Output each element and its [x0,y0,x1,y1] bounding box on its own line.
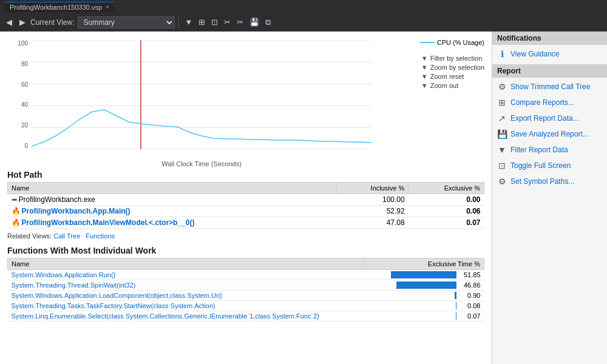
current-view-select[interactable]: Summary [78,16,175,29]
y-label-100: 100 [18,40,28,47]
hot-path-name-0: ProfilingWorkbanch.exe [19,195,96,204]
filter-by-selection[interactable]: ▼ Filter by selection [421,55,484,62]
func-cell-exclusive-1: 46.86 [363,280,484,291]
hot-path-row[interactable]: 🔥ProfilingWorkbanch.App.Main() 52.92 0.0… [8,206,484,217]
report-icon-5: ⊡ [497,161,507,170]
hot-path-cell-exclusive-0: 0.00 [409,194,484,206]
func-link-4[interactable]: System.Linq.Enumerable.Select(class Syst… [12,312,319,320]
title-bar: ProfilingWorkbanch150330.vsp × [0,0,607,13]
func-row[interactable]: System.Linq.Enumerable.Select(class Syst… [8,311,484,322]
report-header: Report [492,64,607,78]
func-link-3[interactable]: System.Threading.Tasks.TaskFactory.Start… [12,302,215,309]
report-label-1: Compare Reports... [510,98,574,107]
zoom-out[interactable]: ▼ Zoom out [421,82,484,89]
hot-path-row[interactable]: ➦ProfilingWorkbanch.exe 100.00 0.00 [8,194,484,206]
filter-by-selection-label: Filter by selection [430,55,483,62]
flame-icon: 🔥 [12,207,21,215]
forward-button[interactable]: ▶ [17,16,28,28]
call-tree-link[interactable]: Call Tree [53,232,80,240]
y-label-60: 60 [21,81,28,88]
y-label-80: 80 [21,61,28,67]
func-bar-fill-3 [456,302,456,309]
chart-legend: CPU (% Usage) [420,39,484,47]
report-item-6[interactable]: ⚙ Set Symbol Paths... [492,174,607,189]
func-bar-bg-3 [367,302,456,309]
tab-label: ProfilingWorkbanch150330.vsp [10,4,102,11]
hot-path-row[interactable]: 🔥ProfilingWorkbanch.MainViewModel.<.ctor… [8,217,484,229]
func-row[interactable]: System.Windows.Application.LoadComponent… [8,291,484,301]
report-item-3[interactable]: 💾 Save Analyzed Report... [492,126,607,142]
current-view-label: Current View: [30,18,74,27]
hot-path-cell-name-0: ➦ProfilingWorkbanch.exe [8,194,337,206]
func-exclusive-val-3: 0.08 [459,302,481,309]
back-button[interactable]: ◀ [4,16,15,28]
report-label-5: Toggle Full Screen [510,161,571,170]
func-bar-fill-4 [456,312,456,320]
legend-line-cpu [420,42,435,43]
func-col-exclusive: Exclusive Time % [363,258,484,270]
toolbar-icon-5[interactable]: 💾 [248,16,261,28]
func-cell-exclusive-2: 0.90 [363,291,484,301]
legend-cpu-label: CPU (% Usage) [437,39,484,46]
zoom-by-selection[interactable]: ▼ Zoom by selection [421,64,484,71]
func-cell-exclusive-3: 0.08 [363,301,484,311]
filter-icon[interactable]: ▼ [183,16,194,28]
cpu-chart[interactable]: 0 1 2 3 4 5 6 7 [32,40,371,149]
hot-path-table: Name Inclusive % Exclusive % ➦ProfilingW… [7,182,484,229]
flame-icon: 🔥 [12,218,21,227]
main-area: 100 80 60 40 20 0 0 [0,32,607,364]
hot-path-cell-exclusive-1: 0.06 [409,206,484,217]
func-cell-exclusive-0: 51.85 [363,270,484,280]
hot-path-link-1[interactable]: ProfilingWorkbanch.App.Main() [22,207,131,215]
func-link-0[interactable]: System.Windows.Application.Run() [12,271,116,278]
toolbar-icon-4[interactable]: ✂ [235,16,245,28]
hot-path-link-2[interactable]: ProfilingWorkbanch.MainViewModel.<.ctor>… [22,218,195,227]
y-label-40: 40 [21,101,28,108]
zoom-reset-label: Zoom reset [430,73,464,80]
report-item-4[interactable]: ▼ Filter Report Data [492,142,607,158]
notification-label-0: View Guidance [510,50,560,58]
func-link-2[interactable]: System.Windows.Application.LoadComponent… [12,292,222,299]
functions-header: Functions With Most Individual Work [7,246,484,255]
func-bar-bg-2 [367,292,456,299]
func-row[interactable]: System.Threading.Tasks.TaskFactory.Start… [8,301,484,311]
toolbar: ◀ ▶ Current View: Summary ▼ ⊞ ⊡ ✂ ✂ 💾 ⧉ [0,13,607,32]
content-area: 100 80 60 40 20 0 0 [0,32,492,364]
report-item-2[interactable]: ↗ Export Report Data... [492,110,607,126]
functions-link[interactable]: Functions [86,232,115,240]
hot-path-cell-exclusive-2: 0.07 [409,217,484,229]
col-inclusive: Inclusive % [336,183,408,194]
func-link-1[interactable]: System.Threading.Thread.SpinWait(int32) [12,281,136,289]
toolbar-icon-1[interactable]: ⊞ [197,16,207,28]
hot-path-cell-inclusive-1: 52.92 [336,206,408,217]
func-cell-name-0: System.Windows.Application.Run() [8,270,363,280]
func-exclusive-val-1: 46.86 [459,281,481,289]
zoom-out-label: Zoom out [430,82,458,89]
chart-controls: ▼ Filter by selection ▼ Zoom by selectio… [421,55,484,91]
report-icon-4: ▼ [497,145,507,155]
toolbar-icon-2[interactable]: ⊡ [209,16,220,28]
report-item-1[interactable]: ⊞ Compare Reports... [492,95,607,110]
report-icon-1: ⊞ [497,98,507,107]
tab-close-button[interactable]: × [106,4,109,10]
func-bar-bg-4 [367,312,456,320]
zoom-reset[interactable]: ▼ Zoom reset [421,73,484,80]
y-label-0: 0 [24,143,28,149]
hot-path-cell-inclusive-0: 100.00 [336,194,408,206]
func-row[interactable]: System.Windows.Application.Run() 51.85 [8,270,484,280]
report-icon-0: ⚙ [497,82,507,92]
toolbar-icon-6[interactable]: ⧉ [263,16,273,29]
report-item-5[interactable]: ⊡ Toggle Full Screen [492,158,607,174]
col-name: Name [8,183,337,194]
report-label-0: Show Trimmed Call Tree [510,83,590,91]
func-row[interactable]: System.Threading.Thread.SpinWait(int32) … [8,280,484,291]
report-icon-3: 💾 [497,129,507,139]
title-tab[interactable]: ProfilingWorkbanch150330.vsp × [5,2,114,12]
related-views-label: Related Views: [7,232,52,240]
toolbar-separator [178,17,179,28]
toolbar-icon-3[interactable]: ✂ [222,16,232,28]
notification-item-0[interactable]: ℹ View Guidance [492,46,607,62]
info-icon-0: ℹ [497,49,507,59]
report-item-0[interactable]: ⚙ Show Trimmed Call Tree [492,79,607,95]
related-views: Related Views: Call Tree Functions [7,232,484,240]
